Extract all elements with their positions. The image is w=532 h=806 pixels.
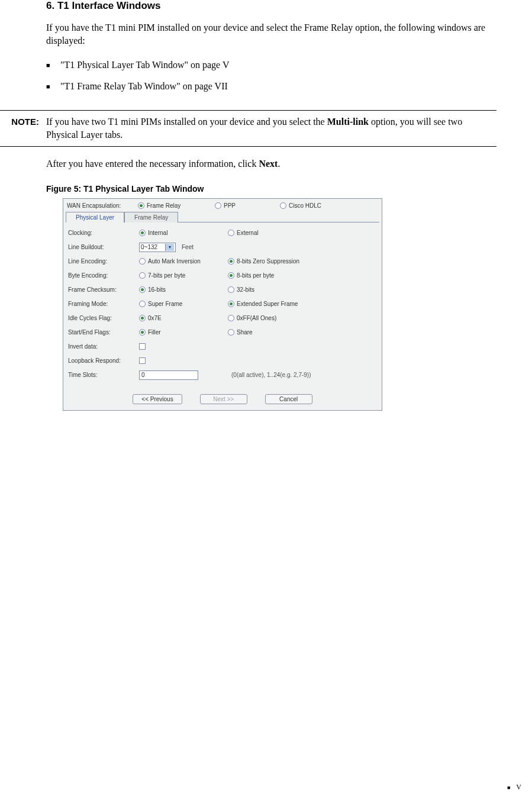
radio-icon	[139, 272, 146, 279]
clocking-internal[interactable]: Internal	[139, 230, 228, 236]
wan-opt-label: Frame Relay	[147, 202, 180, 209]
tab-frame-relay[interactable]: Frame Relay	[124, 212, 178, 223]
clocking-external[interactable]: External	[228, 230, 377, 236]
byte-encoding-7[interactable]: 7-bits per byte	[139, 272, 228, 279]
opt-label: 16-bits	[148, 286, 166, 293]
radio-icon	[139, 315, 146, 321]
opt-label: 0x7E	[148, 315, 162, 321]
radio-icon	[139, 230, 146, 236]
framing-mode-label: Framing Mode:	[68, 301, 139, 307]
bullet-marker: ■	[46, 80, 60, 93]
page-number: V	[516, 783, 521, 792]
radio-icon	[138, 202, 144, 209]
start-end-flags-label: Start/End Flags:	[68, 329, 139, 336]
bullet-item: ■ "T1 Physical Layer Tab Window" on page…	[46, 59, 514, 72]
square-icon: ■	[507, 785, 510, 791]
invert-data-checkbox[interactable]	[139, 343, 146, 350]
time-slots-input[interactable]: 0	[139, 370, 198, 380]
clocking-label: Clocking:	[68, 230, 139, 236]
opt-label: 32-bits	[237, 286, 254, 293]
radio-icon	[215, 202, 221, 209]
note-block: NOTE: If you have two T1 mini PIMs insta…	[0, 110, 514, 147]
next-button[interactable]: Next >>	[200, 394, 247, 404]
time-slots-label: Time Slots:	[68, 372, 139, 378]
select-value: 0~132	[141, 244, 157, 250]
bullet-text: "T1 Physical Layer Tab Window" on page V	[60, 59, 514, 72]
unit-label: Feet	[182, 244, 194, 250]
bullet-marker: ■	[46, 59, 60, 72]
opt-label: 8-bits per byte	[237, 272, 274, 279]
radio-icon	[139, 286, 146, 293]
tab-physical-layer[interactable]: Physical Layer	[66, 212, 124, 223]
byte-encoding-label: Byte Encoding:	[68, 272, 139, 279]
note-pre: If you have two T1 mini PIMs installed o…	[46, 117, 327, 127]
radio-icon	[228, 286, 234, 293]
loopback-respond-label: Loopback Respond:	[68, 357, 139, 364]
idle-cycles-label: Idle Cycles Flag:	[68, 315, 139, 321]
idle-cycles-7e[interactable]: 0x7E	[139, 315, 228, 321]
line-buildout-select[interactable]: 0~132 ▾	[139, 243, 176, 252]
opt-label: Internal	[148, 230, 167, 236]
opt-label: Share	[237, 329, 253, 336]
wan-opt-label: PPP	[224, 202, 236, 209]
line-buildout-label: Line Buildout:	[68, 244, 139, 250]
opt-label: Extended Super Frame	[237, 301, 298, 307]
radio-icon	[228, 301, 234, 307]
opt-label: 8-bits Zero Suppression	[237, 258, 299, 265]
wan-opt-frame-relay[interactable]: Frame Relay	[138, 202, 215, 209]
opt-label: Filler	[148, 329, 161, 336]
idle-cycles-ff[interactable]: 0xFF(All Ones)	[228, 315, 377, 321]
note-bold: Multi-link	[327, 117, 369, 127]
wan-opt-label: Cisco HDLC	[289, 202, 321, 209]
radio-icon	[228, 272, 234, 279]
after-note-paragraph: After you have entered the necessary inf…	[46, 157, 514, 170]
time-slots-hint: (0(all active), 1..24(e.g. 2,7-9))	[231, 372, 311, 378]
tab-body: Clocking: Internal External Line Buildou…	[66, 222, 379, 385]
opt-label: External	[237, 230, 259, 236]
opt-label: Auto Mark Inversion	[148, 258, 201, 265]
opt-label: 0xFF(All Ones)	[237, 315, 276, 321]
invert-data-label: Invert data:	[68, 343, 139, 350]
wan-opt-cisco-hdlc[interactable]: Cisco HDLC	[280, 202, 321, 209]
after-post: .	[278, 159, 280, 169]
loopback-respond-checkbox[interactable]	[139, 357, 146, 364]
framing-mode-esf[interactable]: Extended Super Frame	[228, 301, 377, 307]
radio-icon	[280, 202, 286, 209]
page-footer: ■ V	[507, 783, 521, 792]
line-encoding-label: Line Encoding:	[68, 258, 139, 265]
byte-encoding-8[interactable]: 8-bits per byte	[228, 272, 377, 279]
radio-icon	[228, 315, 234, 321]
wan-opt-ppp[interactable]: PPP	[215, 202, 280, 209]
opt-label: Super Frame	[148, 301, 182, 307]
chevron-down-icon: ▾	[165, 244, 174, 251]
framing-mode-sf[interactable]: Super Frame	[139, 301, 228, 307]
previous-button[interactable]: << Previous	[133, 394, 182, 404]
note-label: NOTE:	[0, 115, 46, 142]
ui-panel: WAN Encapsulation: Frame Relay PPP Cisco…	[63, 198, 382, 411]
section-heading: 6. T1 Interface Windows	[46, 0, 514, 12]
bullet-item: ■ "T1 Frame Relay Tab Window" on page VI…	[46, 80, 514, 93]
after-pre: After you have entered the necessary inf…	[46, 159, 259, 169]
radio-icon	[228, 258, 234, 265]
radio-icon	[139, 258, 146, 265]
bullet-text: "T1 Frame Relay Tab Window" on page VII	[60, 80, 514, 93]
figure-caption: Figure 5: T1 Physical Layer Tab Window	[46, 184, 514, 194]
intro-paragraph: If you have the T1 mini PIM installed on…	[46, 21, 514, 48]
frame-checksum-label: Frame Checksum:	[68, 286, 139, 293]
frame-checksum-32[interactable]: 32-bits	[228, 286, 377, 293]
radio-icon	[139, 329, 146, 336]
frame-checksum-16[interactable]: 16-bits	[139, 286, 228, 293]
after-bold: Next	[259, 159, 278, 169]
radio-icon	[139, 301, 146, 307]
wan-encapsulation-label: WAN Encapsulation:	[67, 202, 138, 209]
line-encoding-ami[interactable]: Auto Mark Inversion	[139, 258, 228, 265]
radio-icon	[228, 329, 234, 336]
cancel-button[interactable]: Cancel	[265, 394, 312, 404]
opt-label: 7-bits per byte	[148, 272, 185, 279]
note-text: If you have two T1 mini PIMs installed o…	[46, 115, 496, 142]
radio-icon	[228, 230, 234, 236]
start-end-filler[interactable]: Filler	[139, 329, 228, 336]
divider	[0, 146, 496, 147]
start-end-share[interactable]: Share	[228, 329, 377, 336]
line-encoding-b8zs[interactable]: 8-bits Zero Suppression	[228, 258, 377, 265]
